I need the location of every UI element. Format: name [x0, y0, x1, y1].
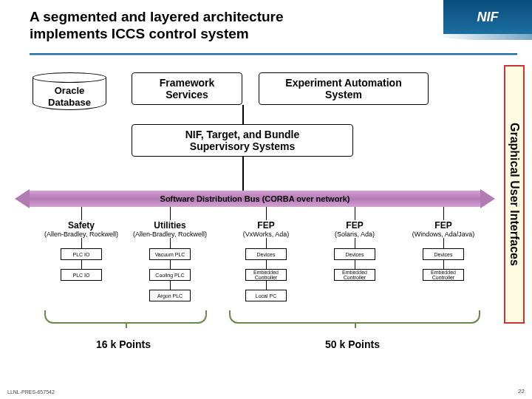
distribution-bus: Software Distribution Bus (CORBA over ne… [30, 191, 480, 207]
right-brace [229, 310, 480, 324]
vacuum-plc-chip: Vacuum PLC [149, 248, 191, 260]
connector [170, 238, 171, 248]
connector [170, 207, 171, 220]
connector [355, 238, 355, 248]
connector [266, 260, 267, 269]
left-brace [44, 310, 207, 324]
col-subtitle: (Solaris, Ada) [310, 231, 399, 238]
framework-services-box: Framework Services [132, 72, 242, 105]
connector [443, 260, 444, 269]
supervisory-box: NIF, Target, and Bundle Supervisory Syst… [132, 124, 353, 157]
fep-windows-column: FEP (Windows, Ada/Java) [399, 220, 488, 238]
col-subtitle: (Allen-Bradley, Rockwell) [37, 231, 126, 238]
diagram-canvas: Oracle Database Framework Services Exper… [0, 59, 532, 377]
bus-label: Software Distribution Bus (CORBA over ne… [160, 194, 350, 203]
slide-title: A segmented and layered architecture imp… [30, 9, 355, 43]
col-title: FEP [399, 220, 488, 231]
argon-plc-chip: Argon PLC [149, 290, 191, 301]
embedded-controller-chip: Embedded Controller [334, 269, 375, 281]
plcio-chip: PLC IO [61, 248, 102, 260]
cooling-plc-chip: Cooling PLC [149, 269, 191, 281]
connector [266, 281, 267, 290]
connector [266, 238, 267, 248]
col-title: Safety [37, 220, 126, 231]
gui-label: Graphical User Interfaces [508, 123, 521, 266]
connector [242, 105, 244, 124]
footer-right: 22 [518, 388, 525, 395]
gui-sidebar: Graphical User Interfaces [504, 65, 525, 324]
connector [81, 238, 82, 248]
experiment-automation-box: Experiment Automation System [259, 72, 429, 105]
bus-arrow-right-icon [480, 189, 495, 208]
left-points-label: 16 k Points [96, 338, 151, 350]
col-subtitle: (Windows, Ada/Java) [399, 231, 488, 238]
safety-column: Safety (Allen-Bradley, Rockwell) [37, 220, 126, 238]
bus-arrow-left-icon [15, 189, 30, 208]
col-subtitle: (VxWorks, Ada) [222, 231, 310, 238]
devices-chip: Devices [334, 248, 375, 260]
fep-solaris-column: FEP (Solaris, Ada) [310, 220, 399, 238]
connector [81, 207, 82, 220]
localpc-chip: Local PC [245, 290, 287, 301]
connector [242, 157, 244, 191]
oracle-database-cylinder: Oracle Database [33, 72, 106, 110]
col-subtitle: (Allen-Bradley, Rockwell) [126, 231, 214, 238]
embedded-controller-chip: Embedded Controller [245, 269, 287, 281]
connector [355, 260, 355, 269]
col-title: Utilities [126, 220, 214, 231]
connector [81, 260, 82, 269]
right-points-label: 50 k Points [325, 338, 380, 350]
connector [443, 238, 444, 248]
header-underline [30, 53, 517, 55]
connector [170, 260, 171, 269]
connector [170, 281, 171, 290]
devices-chip: Devices [423, 248, 464, 260]
utilities-column: Utilities (Allen-Bradley, Rockwell) [126, 220, 214, 238]
col-title: FEP [310, 220, 399, 231]
nif-wave-decoration [436, 30, 532, 40]
plcio-chip: PLC IO [61, 269, 102, 281]
connector [266, 207, 267, 220]
col-title: FEP [222, 220, 310, 231]
fep-vxworks-column: FEP (VxWorks, Ada) [222, 220, 310, 238]
slide-header: A segmented and layered architecture imp… [0, 0, 532, 50]
embedded-controller-chip: Embedded Controller [423, 269, 464, 281]
footer-left: LLNL-PRES-657542 [7, 389, 55, 395]
devices-chip: Devices [245, 248, 287, 260]
connector [443, 207, 444, 220]
connector [355, 207, 355, 220]
